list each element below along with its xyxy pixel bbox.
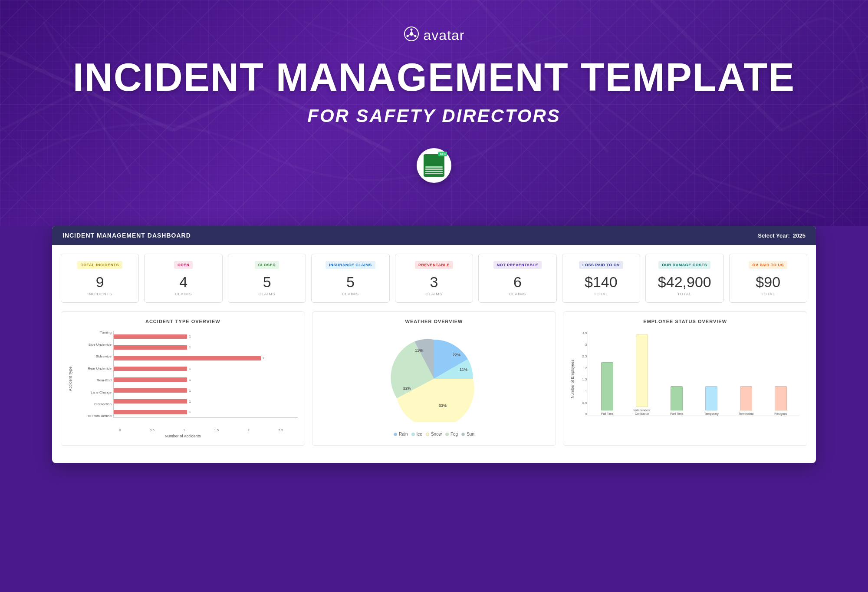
stat-card-7: OUR DAMAGE COSTS $42,900 TOTAL xyxy=(645,254,723,303)
stat-number-4: 3 xyxy=(401,274,467,290)
logo-text: avatar xyxy=(424,27,465,43)
stat-sublabel-5: CLAIMS xyxy=(484,292,551,296)
x-tick-2: 2 xyxy=(248,428,250,432)
emp-bar-3 xyxy=(705,386,717,410)
legend-dot-2 xyxy=(426,433,429,436)
stat-sublabel-8: TOTAL xyxy=(735,292,802,296)
emp-bar-label-5: Resigned xyxy=(774,412,787,416)
stat-label-2: CLOSED xyxy=(255,261,279,269)
svg-text:22%: 22% xyxy=(453,353,460,357)
accident-bar-label-3: Rear Underride xyxy=(77,367,112,370)
accident-bar-row-1: 1 xyxy=(114,342,298,353)
emp-bar-label-2: Part Time xyxy=(670,412,683,416)
xls-badge: XLS xyxy=(438,152,447,156)
svg-text:22%: 22% xyxy=(403,386,411,390)
accident-x-ticks: 00.511.522.5 xyxy=(68,428,298,432)
emp-y-tick-2: 2.5 xyxy=(577,354,587,358)
emp-bar-group-4: Terminated xyxy=(729,331,763,416)
accident-bar-row-6: 1 xyxy=(114,396,298,407)
main-title: INCIDENT MANAGEMENT TEMPLATE xyxy=(9,58,859,97)
emp-bar-group-1: Independent Contractor xyxy=(625,331,659,416)
accident-bar-row-7: 1 xyxy=(114,407,298,418)
emp-y-tick-1: 3 xyxy=(577,343,587,347)
x-tick-1.5: 1.5 xyxy=(214,428,219,432)
stat-number-8: $90 xyxy=(735,274,802,290)
xls-file: XLS xyxy=(424,154,444,177)
employee-y-axis-label: Number of Employees xyxy=(570,360,575,398)
emp-y-tick-4: 1.5 xyxy=(577,377,587,381)
pie-wrapper: 22% 11% 33% 22% 11% xyxy=(391,335,477,422)
emp-bar-group-3: Temporary xyxy=(694,331,729,416)
legend-label-3: Fog xyxy=(450,432,458,437)
stat-label-8: OV PAID TO US xyxy=(749,261,787,269)
stat-sublabel-4: CLAIMS xyxy=(401,292,467,296)
accident-bar-label-6: Intersection xyxy=(77,403,112,406)
hero-content: avatar INCIDENT MANAGEMENT TEMPLATE FOR … xyxy=(9,26,859,126)
legend-item-2: Snow xyxy=(426,432,442,437)
year-value[interactable]: 2025 xyxy=(793,232,806,239)
stat-sublabel-1: CLAIMS xyxy=(150,292,217,296)
legend-dot-3 xyxy=(445,433,449,436)
accident-bar-value-6: 1 xyxy=(189,400,191,403)
employee-chart-title: EMPLOYEE STATUS OVERVIEW xyxy=(570,319,800,324)
sub-title: FOR SAFETY DIRECTORS xyxy=(9,106,859,126)
accident-bar-label-4: Rear-End xyxy=(77,379,112,382)
accident-bar-label-2: Sideswipe xyxy=(77,355,112,358)
stat-sublabel-3: CLAIMS xyxy=(317,292,384,296)
stat-sublabel-0: INCIDENTS xyxy=(66,292,133,296)
accident-y-labels: TurningSide UnderrideSideswipeRear Under… xyxy=(77,331,112,427)
stat-label-4: PREVENTABLE xyxy=(415,261,453,269)
emp-bar-4 xyxy=(740,386,752,410)
stats-row: TOTAL INCIDENTS 9 INCIDENTS OPEN 4 CLAIM… xyxy=(52,245,816,307)
accident-x-label: Number of Accidents xyxy=(68,434,298,438)
emp-bar-label-0: Full Time xyxy=(601,412,613,416)
emp-bar-1 xyxy=(636,334,648,407)
accident-bar-2 xyxy=(114,356,261,360)
accident-bar-4 xyxy=(114,377,187,382)
weather-chart-title: WEATHER OVERVIEW xyxy=(319,319,549,324)
accident-bar-0 xyxy=(114,334,187,339)
xls-icon-wrapper[interactable]: XLS xyxy=(9,148,859,183)
accident-bar-value-4: 1 xyxy=(189,378,191,382)
xls-lines xyxy=(425,165,443,175)
dashboard: INCIDENT MANAGEMENT DASHBOARD Select Yea… xyxy=(52,226,816,463)
pie-svg: 22% 11% 33% 22% 11% xyxy=(391,335,477,422)
stat-number-1: 4 xyxy=(150,274,217,290)
stat-label-3: INSURANCE CLAIMS xyxy=(326,261,375,269)
svg-text:11%: 11% xyxy=(415,348,423,353)
accident-bar-value-0: 1 xyxy=(189,334,191,338)
accident-bar-value-1: 1 xyxy=(189,345,191,349)
employee-chart-card: EMPLOYEE STATUS OVERVIEW Number of Emplo… xyxy=(563,311,807,446)
accident-bar-row-5: 1 xyxy=(114,385,298,396)
stat-label-1: OPEN xyxy=(174,261,193,269)
pie-chart-container: 22% 11% 33% 22% 11% Rain Ice Snow xyxy=(319,331,549,437)
svg-text:11%: 11% xyxy=(460,367,467,372)
dashboard-title: INCIDENT MANAGEMENT DASHBOARD xyxy=(62,232,191,239)
legend-item-4: Sun xyxy=(461,432,474,437)
accident-bar-5 xyxy=(114,388,187,393)
xls-icon[interactable]: XLS xyxy=(417,148,451,183)
emp-y-tick-0: 3.5 xyxy=(577,331,587,335)
accident-bar-3 xyxy=(114,367,187,371)
emp-y-tick-7: 0 xyxy=(577,412,587,416)
stat-number-2: 5 xyxy=(233,274,300,290)
accident-bar-row-2: 2 xyxy=(114,353,298,364)
accident-chart-area: 11211111 xyxy=(113,331,298,427)
charts-row: ACCIDENT TYPE OVERVIEW Accident Type Tur… xyxy=(52,307,816,450)
stat-sublabel-2: CLAIMS xyxy=(233,292,300,296)
legend-item-0: Rain xyxy=(394,432,408,437)
accident-bar-6 xyxy=(114,399,187,403)
emp-bar-group-2: Part Time xyxy=(659,331,694,416)
stat-number-7: $42,900 xyxy=(651,274,718,290)
stat-card-3: INSURANCE CLAIMS 5 CLAIMS xyxy=(311,254,389,303)
emp-bar-group-5: Resigned xyxy=(763,331,798,416)
emp-y-tick-5: 1 xyxy=(577,389,587,393)
x-tick-0: 0 xyxy=(119,428,121,432)
stat-card-1: OPEN 4 CLAIMS xyxy=(144,254,222,303)
weather-chart-card: WEATHER OVERVIEW xyxy=(312,311,556,446)
accident-chart-title: ACCIDENT TYPE OVERVIEW xyxy=(68,319,298,324)
accident-bar-label-7: Hit From Behind xyxy=(77,414,112,418)
dashboard-header: INCIDENT MANAGEMENT DASHBOARD Select Yea… xyxy=(52,226,816,245)
legend-item-1: Ice xyxy=(411,432,422,437)
accident-bar-value-5: 1 xyxy=(189,389,191,393)
